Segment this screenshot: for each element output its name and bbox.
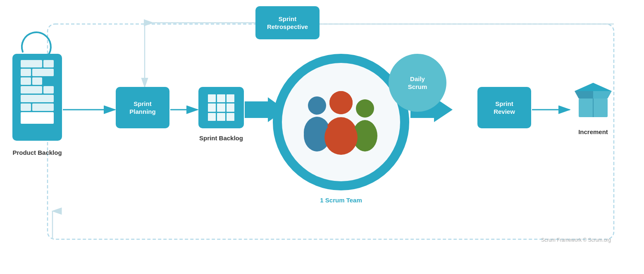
scrum-circle-inner (282, 63, 400, 181)
sprint-retro-box: SprintRetrospective (255, 6, 320, 39)
svg-point-20 (329, 91, 353, 114)
sprint-backlog-box (198, 87, 244, 128)
scrum-team-label: 1 Scrum Team (273, 197, 409, 204)
product-backlog-label: Product Backlog (6, 149, 68, 156)
sprint-planning-box: SprintPlanning (116, 87, 169, 128)
scrum-diagram: Product Backlog SprintPlanning Sprint Pl… (0, 0, 644, 274)
svg-marker-24 (593, 91, 612, 99)
increment-icon (572, 79, 614, 120)
increment-box (570, 77, 616, 122)
sprint-review-box: SprintReview (477, 87, 531, 128)
svg-marker-25 (575, 83, 612, 91)
sprint-backlog-grid (208, 94, 235, 121)
sprint-retro-text: SprintRetrospective (267, 15, 308, 31)
sprint-backlog-label: Sprint Backlog (192, 135, 250, 142)
sprint-review-text: SprintReview (494, 100, 515, 116)
svg-point-17 (356, 99, 374, 118)
increment-label: Increment (568, 128, 618, 135)
copyright-text: Scrum Framework © Scrum.org (541, 237, 611, 243)
product-backlog-grid (21, 60, 54, 114)
daily-scrum-bubble: DailyScrum (389, 54, 446, 112)
svg-marker-23 (575, 91, 593, 99)
daily-scrum-text: DailyScrum (408, 75, 427, 91)
sprint-planning-text: SprintPlanning (129, 100, 155, 116)
svg-point-13 (308, 96, 326, 115)
svg-point-21 (324, 120, 358, 155)
team-figures-svg (296, 87, 386, 157)
product-backlog-box (12, 54, 62, 141)
